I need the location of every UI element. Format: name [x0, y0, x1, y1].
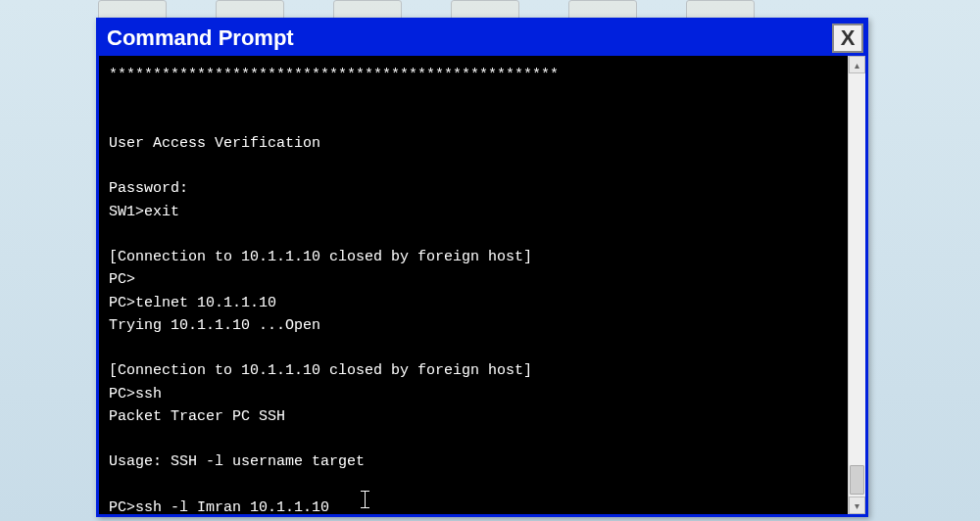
close-icon: X: [841, 25, 856, 51]
titlebar[interactable]: Command Prompt X: [99, 21, 865, 56]
terminal-container: ****************************************…: [99, 56, 865, 514]
command-prompt-window: Command Prompt X ***********************…: [96, 18, 868, 517]
vertical-scrollbar[interactable]: ▴ ▾: [848, 56, 865, 514]
scroll-up-arrow-icon[interactable]: ▴: [849, 56, 865, 73]
scroll-down-arrow-icon[interactable]: ▾: [849, 497, 865, 514]
scroll-track[interactable]: [849, 73, 865, 497]
terminal-output[interactable]: ****************************************…: [99, 56, 848, 514]
scroll-thumb[interactable]: [850, 465, 864, 495]
close-button[interactable]: X: [832, 24, 863, 53]
window-title: Command Prompt: [107, 25, 294, 51]
